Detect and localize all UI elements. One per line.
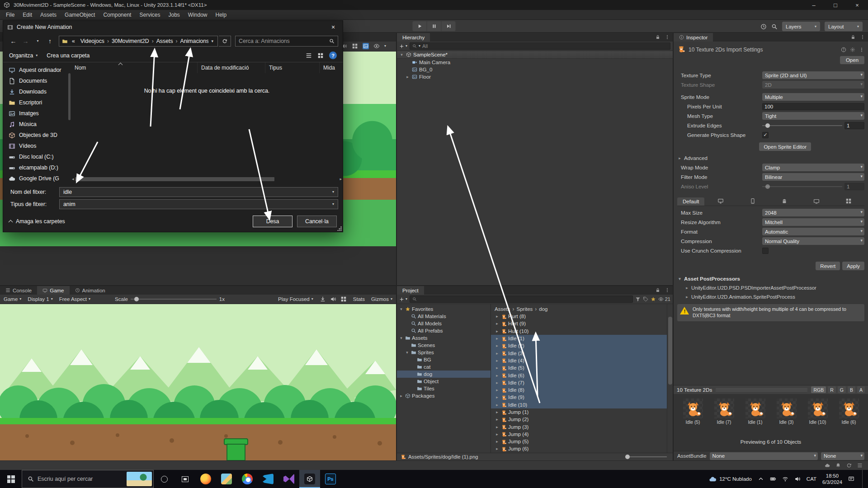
- sidebar-item[interactable]: Aquest ordinador: [3, 65, 71, 75]
- property-field[interactable]: 1: [844, 183, 864, 190]
- property-dropdown[interactable]: Multiple: [762, 93, 864, 101]
- hierarchy-item-bg_0[interactable]: BG_0: [397, 66, 673, 73]
- slider-knob[interactable]: [765, 184, 770, 189]
- tree-item-tiles[interactable]: Tiles: [397, 385, 491, 392]
- path-item[interactable]: Sprites: [517, 306, 533, 312]
- sidebar-item[interactable]: Disc local (C:): [3, 151, 71, 162]
- play-button[interactable]: [413, 21, 427, 31]
- project-file-row[interactable]: ▸ Idle (3): [491, 349, 667, 357]
- project-file-row[interactable]: ▸ Hurt (8): [491, 313, 667, 320]
- sidebar-item[interactable]: Documents: [3, 75, 71, 86]
- apply-button[interactable]: Apply: [842, 262, 864, 270]
- platform-tab-default[interactable]: Default: [677, 197, 704, 206]
- tree-item-object[interactable]: Object: [397, 378, 491, 385]
- open-button[interactable]: Open: [840, 56, 864, 64]
- project-file-row[interactable]: ▸ Hurt (9): [491, 320, 667, 327]
- expand-arrow-icon[interactable]: ▸: [495, 351, 500, 356]
- menu-item-services[interactable]: Services: [135, 10, 164, 20]
- hierarchy-search-input[interactable]: ▾ All: [410, 42, 670, 50]
- taskbar-app-chrome[interactable]: [237, 470, 258, 488]
- scrollbar-thumb[interactable]: [75, 177, 275, 181]
- postprocessor-row[interactable]: ▸UnityEditor.U2D.PSD.PSDImporterAssetPos…: [674, 283, 868, 292]
- menu-item-help[interactable]: Help: [212, 10, 231, 20]
- project-file-row[interactable]: ▸ Idle (4): [491, 357, 667, 364]
- menu-item-window[interactable]: Window: [184, 10, 212, 20]
- expand-arrow-icon[interactable]: ▸: [495, 336, 500, 341]
- property-dropdown[interactable]: Clamp: [762, 164, 864, 171]
- sidebar-scrollbar[interactable]: [68, 73, 71, 120]
- scene-header-row[interactable]: ▾ SampleScene*: [397, 51, 673, 59]
- dialog-search[interactable]: [235, 36, 338, 47]
- property-slider[interactable]: [762, 183, 842, 190]
- search-input[interactable]: [38, 476, 123, 482]
- notifications-icon[interactable]: [835, 463, 841, 468]
- advanced-foldout[interactable]: ▸Advanced: [674, 153, 868, 163]
- taskbar-app-firefox[interactable]: [195, 470, 216, 488]
- kebab-menu-icon[interactable]: [860, 34, 865, 40]
- breadcrumb-item[interactable]: Assets: [154, 38, 176, 44]
- assetbundle-dropdown[interactable]: None: [710, 452, 818, 460]
- hierarchy-item-main-camera[interactable]: Main Camera: [397, 59, 673, 66]
- cancel-button[interactable]: Cancel·la: [297, 216, 337, 227]
- search-highlight-image[interactable]: [127, 472, 152, 486]
- breadcrumb-dropdown-icon[interactable]: ▾: [208, 39, 216, 43]
- mute-audio-icon[interactable]: [330, 296, 336, 302]
- sidebar-item[interactable]: Vídeos: [3, 141, 71, 151]
- taskbar-app-photoshop[interactable]: Ps: [320, 470, 341, 488]
- property-field[interactable]: 1: [844, 122, 864, 129]
- preview-thumbnail[interactable]: Idle (7): [712, 399, 737, 425]
- tab-game[interactable]: Game: [37, 286, 69, 295]
- expand-arrow-icon[interactable]: ▸: [495, 321, 500, 326]
- property-dropdown[interactable]: 2D: [762, 81, 864, 89]
- slider-knob[interactable]: [625, 455, 630, 459]
- lock-icon[interactable]: [850, 34, 856, 40]
- back-button[interactable]: ←: [8, 36, 19, 47]
- maximize-button[interactable]: □: [825, 0, 846, 10]
- hierarchy-item-floor[interactable]: ▸Floor: [397, 73, 673, 80]
- breadcrumb-item[interactable]: 30Moviment2D: [109, 38, 152, 44]
- project-file-row[interactable]: ▸ Idle (8): [491, 386, 667, 394]
- stats-button[interactable]: Stats: [353, 296, 365, 302]
- metrics-icon[interactable]: [340, 296, 347, 302]
- sidebar-item[interactable]: Downloads: [3, 86, 71, 97]
- expand-arrow-icon[interactable]: ▸: [495, 417, 500, 422]
- project-file-row[interactable]: ▸ Idle (2): [491, 342, 667, 349]
- tree-item-packages[interactable]: ▸Packages: [397, 392, 491, 399]
- tree-item-assets[interactable]: ▾Assets: [397, 334, 491, 342]
- taskbar-app-unity[interactable]: [299, 470, 320, 488]
- tab-console[interactable]: Console: [0, 286, 37, 295]
- platform-tab-tvos[interactable]: [801, 197, 833, 206]
- expand-arrow-icon[interactable]: ▸: [495, 380, 500, 385]
- project-file-row[interactable]: ▸ Jump (6): [491, 445, 667, 452]
- expand-arrow-icon[interactable]: ▾: [405, 350, 410, 355]
- grid-toggle-icon[interactable]: [352, 43, 358, 49]
- start-button[interactable]: [0, 470, 22, 488]
- tree-item-bg[interactable]: BG: [397, 356, 491, 363]
- property-checkbox[interactable]: [762, 248, 769, 254]
- column-header-mida[interactable]: Mida: [320, 62, 343, 73]
- postprocessors-foldout[interactable]: ▾Asset PostProcessors: [674, 274, 868, 283]
- tab-hierarchy[interactable]: Hierarchy: [397, 33, 430, 42]
- project-file-row[interactable]: ▸ Idle (5): [491, 364, 667, 371]
- aspect-dropdown[interactable]: Free Aspect▾: [59, 296, 90, 302]
- property-dropdown[interactable]: Automatic: [762, 228, 864, 235]
- taskbar-app-vscode[interactable]: [258, 470, 278, 488]
- gizmos-dropdown[interactable]: Gizmos▾: [371, 296, 392, 302]
- column-header-tipus[interactable]: Tipus: [265, 62, 320, 73]
- chevron-down-icon[interactable]: ▾: [32, 36, 43, 47]
- game-render[interactable]: [0, 304, 396, 460]
- channel-button-a[interactable]: A: [857, 386, 865, 393]
- tab-animation[interactable]: Animation: [70, 286, 111, 295]
- clock-widget[interactable]: 18:50 6/3/2024: [822, 473, 842, 485]
- expand-arrow-icon[interactable]: ▸: [495, 439, 500, 444]
- property-dropdown[interactable]: Mitchell: [762, 218, 864, 226]
- slider-knob[interactable]: [765, 123, 770, 128]
- horizontal-scrollbar[interactable]: ◂ ▸: [72, 176, 342, 182]
- breadcrumb-item[interactable]: Animacions: [178, 38, 209, 44]
- platform-tab-ios[interactable]: [736, 197, 769, 206]
- path-item[interactable]: Assets: [495, 306, 510, 312]
- project-file-row[interactable]: ▸ Idle (9): [491, 394, 667, 401]
- scroll-right-arrow[interactable]: ▸: [340, 177, 342, 181]
- property-dropdown[interactable]: Normal Quality: [762, 237, 864, 245]
- project-search-input[interactable]: [410, 296, 633, 303]
